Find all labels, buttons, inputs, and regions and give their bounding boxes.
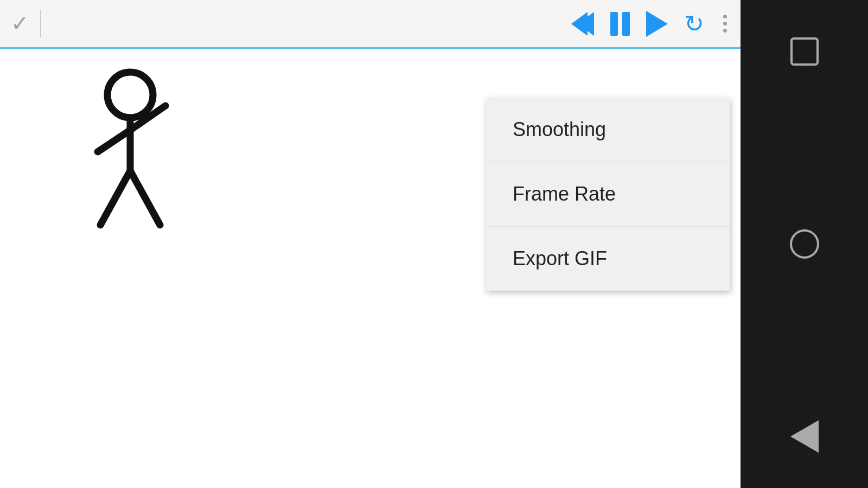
menu-item-export-gif[interactable]: Export GIF bbox=[486, 227, 730, 291]
pause-bar-2 bbox=[622, 12, 630, 36]
triangle-icon bbox=[790, 420, 819, 453]
recent-apps-button[interactable] bbox=[786, 33, 824, 70]
menu-item-smoothing[interactable]: Smoothing bbox=[486, 98, 730, 162]
toolbar-divider bbox=[40, 10, 41, 37]
stick-figure-svg bbox=[81, 65, 190, 239]
arrow-left-2 bbox=[578, 12, 594, 36]
home-button[interactable] bbox=[786, 225, 824, 263]
back-button[interactable] bbox=[786, 418, 824, 455]
circle-icon bbox=[790, 229, 819, 259]
dot-3 bbox=[723, 29, 727, 33]
pause-icon bbox=[610, 12, 630, 36]
more-options-button[interactable] bbox=[720, 12, 730, 35]
rewind-button[interactable] bbox=[571, 12, 594, 36]
canvas-area: Smoothing Frame Rate Export GIF bbox=[0, 49, 741, 488]
loop-button[interactable]: ↺ bbox=[684, 10, 704, 37]
svg-point-0 bbox=[107, 72, 153, 118]
rewind-icon bbox=[571, 12, 594, 36]
toolbar: ✓ ↺ bbox=[0, 0, 741, 49]
svg-line-3 bbox=[98, 130, 130, 152]
svg-line-5 bbox=[100, 171, 130, 225]
nav-bar bbox=[741, 0, 868, 488]
pause-button[interactable] bbox=[610, 12, 630, 36]
stick-figure bbox=[81, 65, 190, 241]
main-area: ✓ ↺ bbox=[0, 0, 741, 488]
play-button[interactable] bbox=[646, 11, 668, 37]
play-icon bbox=[646, 11, 668, 37]
menu-item-frame-rate[interactable]: Frame Rate bbox=[486, 162, 730, 227]
check-icon[interactable]: ✓ bbox=[11, 11, 29, 36]
square-icon bbox=[790, 37, 819, 66]
dropdown-menu: Smoothing Frame Rate Export GIF bbox=[486, 98, 730, 291]
pause-bar-1 bbox=[610, 12, 618, 36]
refresh-icon: ↺ bbox=[684, 10, 704, 37]
svg-line-4 bbox=[130, 171, 160, 225]
dot-1 bbox=[723, 15, 727, 18]
dot-2 bbox=[723, 22, 727, 25]
toolbar-controls: ↺ bbox=[571, 10, 730, 37]
